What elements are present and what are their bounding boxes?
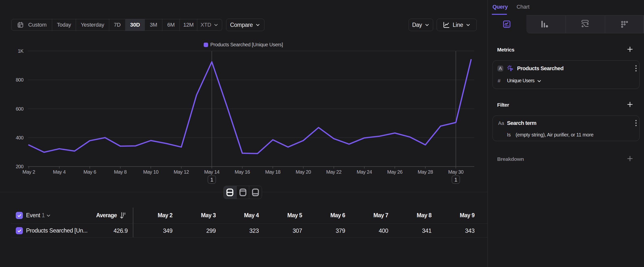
svg-text:400: 400 [16, 135, 24, 140]
svg-text:May 22: May 22 [326, 169, 342, 175]
svg-text:May 12: May 12 [174, 169, 189, 175]
svg-text:May 16: May 16 [235, 169, 250, 175]
svg-text:1: 1 [454, 177, 457, 183]
svg-text:May 14: May 14 [204, 169, 220, 175]
svg-text:600: 600 [16, 106, 24, 112]
svg-text:May 24: May 24 [357, 169, 372, 175]
svg-text:May 26: May 26 [387, 169, 402, 175]
svg-text:May 10: May 10 [143, 169, 158, 175]
svg-text:May 8: May 8 [114, 169, 127, 175]
svg-text:May 2: May 2 [22, 169, 35, 175]
svg-text:May 20: May 20 [296, 169, 311, 175]
svg-text:May 30: May 30 [448, 169, 464, 175]
svg-text:200: 200 [16, 164, 24, 169]
svg-text:May 4: May 4 [53, 169, 66, 175]
svg-text:May 18: May 18 [265, 169, 280, 175]
svg-text:May 6: May 6 [84, 169, 96, 175]
svg-text:May 28: May 28 [418, 169, 433, 175]
svg-text:1: 1 [210, 177, 213, 183]
svg-text:1K: 1K [18, 48, 24, 54]
svg-text:800: 800 [16, 77, 24, 83]
